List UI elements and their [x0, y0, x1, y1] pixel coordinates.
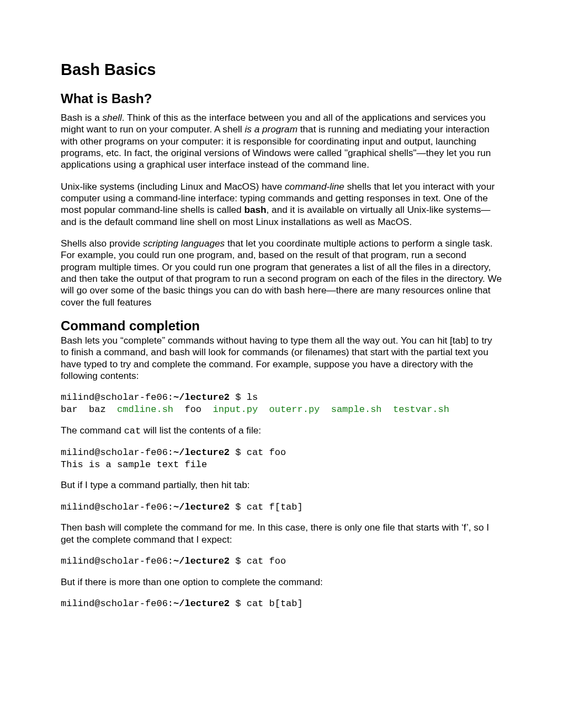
text-italic: shell — [102, 112, 121, 123]
text: The command — [61, 425, 124, 436]
code-text-bold: ~/lecture2 — [173, 502, 230, 512]
code-text: $ cat f[tab] — [230, 502, 303, 512]
code-text: milind@scholar-fe06: — [61, 392, 173, 403]
code-text: $ cat b[tab] — [230, 598, 303, 609]
text-italic: command-line — [285, 181, 344, 192]
code-text-green: input.py outerr.py sample.sh testvar.sh — [213, 404, 449, 415]
code-text-bold: ~/lecture2 — [173, 447, 230, 458]
paragraph: But if there is more than one option to … — [61, 576, 502, 588]
code-text-bold: ~/lecture2 — [173, 556, 230, 566]
text-italic: is a program — [245, 124, 298, 135]
paragraph: Bash lets you “complete” commands withou… — [61, 335, 502, 382]
text: Unix-like systems (including Linux and M… — [61, 181, 285, 192]
inline-code: cat — [124, 426, 141, 436]
code-text: $ ls — [230, 392, 258, 403]
code-block: milind@scholar-fe06:~/lecture2 $ cat foo — [61, 555, 502, 568]
page-title: Bash Basics — [61, 61, 502, 79]
section-heading-what-is-bash: What is Bash? — [61, 91, 502, 106]
text-bold: bash — [244, 204, 266, 215]
code-block: milind@scholar-fe06:~/lecture2 $ cat f[t… — [61, 501, 502, 513]
code-text-bold: ~/lecture2 — [173, 598, 230, 609]
paragraph: The command cat will list the contents o… — [61, 425, 502, 437]
code-block: milind@scholar-fe06:~/lecture2 $ cat b[t… — [61, 598, 502, 610]
code-text: $ cat foo — [230, 447, 286, 458]
paragraph: Bash is a shell. Think of this as the in… — [61, 112, 502, 171]
code-text: bar baz — [61, 404, 117, 415]
paragraph: Shells also provide scripting languages … — [61, 238, 502, 308]
code-text: milind@scholar-fe06: — [61, 556, 173, 566]
text: Bash is a — [61, 112, 102, 123]
text: Shells also provide — [61, 238, 143, 249]
code-text: $ cat foo — [230, 556, 286, 566]
code-text: milind@scholar-fe06: — [61, 502, 173, 512]
code-text: milind@scholar-fe06: — [61, 447, 173, 458]
code-text-green: cmdline.sh — [117, 404, 173, 415]
code-block: milind@scholar-fe06:~/lecture2 $ ls bar … — [61, 392, 502, 416]
section-heading-command-completion: Command completion — [61, 318, 502, 334]
code-text: foo — [173, 404, 213, 415]
paragraph: But if I type a command partially, then … — [61, 479, 502, 491]
text-italic: scripting languages — [143, 238, 225, 249]
code-text-bold: ~/lecture2 — [173, 392, 230, 403]
paragraph: Then bash will complete the command for … — [61, 522, 502, 545]
code-text: milind@scholar-fe06: — [61, 598, 173, 609]
code-text: This is a sample text file — [61, 459, 207, 470]
text: will list the contents of a file: — [141, 425, 261, 436]
paragraph: Unix-like systems (including Linux and M… — [61, 181, 502, 228]
code-block: milind@scholar-fe06:~/lecture2 $ cat foo… — [61, 447, 502, 471]
